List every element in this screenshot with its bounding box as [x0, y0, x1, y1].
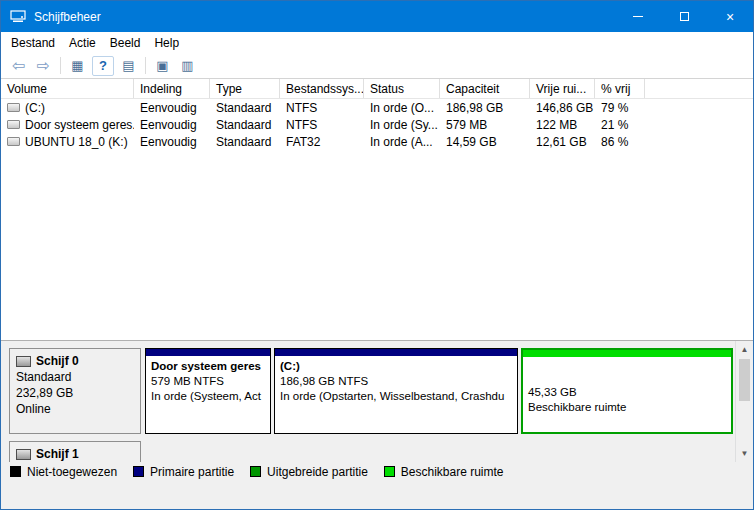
menu-bestand[interactable]: Bestand [4, 33, 62, 53]
console-tree-icon[interactable]: ▦ [65, 55, 90, 77]
column-header-indeling[interactable]: Indeling [134, 79, 210, 98]
cell-type: Standaard [210, 118, 280, 132]
maximize-icon [680, 12, 689, 21]
column-header-filler [645, 79, 753, 98]
volume-icon [7, 137, 20, 146]
table-row-volume-system-reserved[interactable]: Door systeem geres... Eenvoudig Standaar… [1, 116, 753, 133]
partition-status: In orde (Opstarten, Wisselbestand, Crash… [280, 389, 512, 404]
disk-management-window: Schijfbeheer × Bestand Actie Beeld Help … [0, 0, 754, 510]
cell-pct-vrij: 79 % [595, 101, 645, 115]
primary-partition-swatch [133, 466, 144, 477]
unallocated-swatch [10, 466, 21, 477]
cell-indeling: Eenvoudig [134, 101, 210, 115]
column-header-bestandssysteem[interactable]: Bestandssys... [280, 79, 364, 98]
disk-icon [16, 449, 31, 460]
disk-graph-content: Schijf 0 Standaard 232,89 GB Online Door… [1, 341, 735, 462]
cell-pct-vrij: 21 % [595, 118, 645, 132]
cell-capaciteit: 14,59 GB [440, 135, 530, 149]
partition-status: In orde (Systeem, Act [151, 389, 265, 404]
free-space-swatch [384, 466, 395, 477]
table-row-volume-ubuntu[interactable]: UBUNTU 18_0 (K:) Eenvoudig Standaard FAT… [1, 133, 753, 150]
volume-icon [7, 103, 20, 112]
disk1-info-panel[interactable]: Schijf 1 [9, 441, 141, 462]
legend-free-space: Beschikbare ruimte [384, 465, 504, 479]
partition-free-space[interactable]: 45,33 GB Beschikbare ruimte [521, 348, 733, 434]
scrollbar-thumb[interactable] [739, 359, 750, 401]
column-header-type[interactable]: Type [210, 79, 280, 98]
toolbar-separator [145, 57, 146, 74]
vertical-scrollbar[interactable]: ▲ ▼ [735, 341, 753, 462]
cell-volume: Door systeem geres... [1, 118, 134, 132]
scroll-up-icon[interactable]: ▲ [736, 341, 753, 358]
bottom-filler [1, 481, 753, 509]
scroll-down-icon[interactable]: ▼ [736, 445, 753, 462]
cell-capaciteit: 186,98 GB [440, 101, 530, 115]
disk0-status: Online [16, 401, 134, 417]
cell-status: In orde (O... [364, 101, 440, 115]
partition-c[interactable]: (C:) 186,98 GB NTFS In orde (Opstarten, … [274, 348, 518, 434]
maximize-button[interactable] [661, 1, 707, 32]
cell-vrije-ruimte: 12,61 GB [530, 135, 595, 149]
menubar: Bestand Actie Beeld Help [1, 32, 753, 53]
cell-type: Standaard [210, 135, 280, 149]
minimize-button[interactable] [615, 1, 661, 32]
column-header-pct-vrij[interactable]: % vrij [595, 79, 645, 98]
extended-partition-swatch [250, 466, 261, 477]
legend-unallocated: Niet-toegewezen [10, 465, 117, 479]
free-space-strip [523, 350, 731, 357]
legend-bar: Niet-toegewezen Primaire partitie Uitgeb… [1, 462, 753, 481]
partition-size: 579 MB NTFS [151, 374, 265, 389]
volume-list-header: Volume Indeling Type Bestandssys... Stat… [1, 79, 753, 99]
back-icon[interactable]: ⇦ [6, 55, 31, 77]
minimize-icon [633, 16, 643, 17]
graphical-view-icon[interactable]: ▥ [175, 55, 200, 77]
free-space-size: 45,33 GB [528, 385, 726, 400]
legend-extended-partition: Uitgebreide partitie [250, 465, 368, 479]
action-pane-icon[interactable]: ▣ [150, 55, 175, 77]
cell-volume: (C:) [1, 101, 134, 115]
cell-bestandssysteem: NTFS [280, 118, 364, 132]
disk0-type: Standaard [16, 369, 134, 385]
disk0-size: 232,89 GB [16, 385, 134, 401]
cell-bestandssysteem: NTFS [280, 101, 364, 115]
menu-beeld[interactable]: Beeld [103, 33, 148, 53]
toolbar-separator [60, 57, 61, 74]
cell-vrije-ruimte: 122 MB [530, 118, 595, 132]
menu-help[interactable]: Help [147, 33, 186, 53]
close-icon: × [726, 10, 734, 24]
free-space-label: Beschikbare ruimte [528, 400, 726, 415]
partition-size: 186,98 GB NTFS [280, 374, 512, 389]
column-header-capaciteit[interactable]: Capaciteit [440, 79, 530, 98]
primary-partition-strip [275, 349, 517, 356]
column-header-status[interactable]: Status [364, 79, 440, 98]
cell-volume: UBUNTU 18_0 (K:) [1, 135, 134, 149]
column-header-vrije-ruimte[interactable]: Vrije rui... [530, 79, 595, 98]
table-row-volume-c[interactable]: (C:) Eenvoudig Standaard NTFS In orde (O… [1, 99, 753, 116]
list-view-icon[interactable]: ▤ [116, 55, 141, 77]
help-icon[interactable]: ? [92, 56, 114, 76]
menu-actie[interactable]: Actie [62, 33, 103, 53]
disk0-partitions: Door systeem geres 579 MB NTFS In orde (… [145, 348, 733, 434]
cell-vrije-ruimte: 146,86 GB [530, 101, 595, 115]
cell-capaciteit: 579 MB [440, 118, 530, 132]
window-controls: × [615, 1, 753, 32]
primary-partition-strip [146, 349, 270, 356]
disk0-name: Schijf 0 [36, 353, 79, 369]
forward-icon[interactable]: ⇨ [31, 55, 56, 77]
partition-title: (C:) [280, 359, 512, 374]
cell-bestandssysteem: FAT32 [280, 135, 364, 149]
window-title: Schijfbeheer [34, 10, 101, 24]
cell-status: In orde (A... [364, 135, 440, 149]
cell-indeling: Eenvoudig [134, 118, 210, 132]
volume-list: Volume Indeling Type Bestandssys... Stat… [1, 79, 753, 340]
close-button[interactable]: × [707, 1, 753, 32]
cell-type: Standaard [210, 101, 280, 115]
legend-primary-partition: Primaire partitie [133, 465, 234, 479]
volume-icon [7, 120, 20, 129]
cell-pct-vrij: 86 % [595, 135, 645, 149]
partition-system-reserved[interactable]: Door systeem geres 579 MB NTFS In orde (… [145, 348, 271, 434]
titlebar[interactable]: Schijfbeheer × [1, 1, 753, 32]
disk-graph-pane: Schijf 0 Standaard 232,89 GB Online Door… [1, 340, 753, 462]
column-header-volume[interactable]: Volume [1, 79, 134, 98]
disk0-info-panel[interactable]: Schijf 0 Standaard 232,89 GB Online [9, 348, 141, 434]
